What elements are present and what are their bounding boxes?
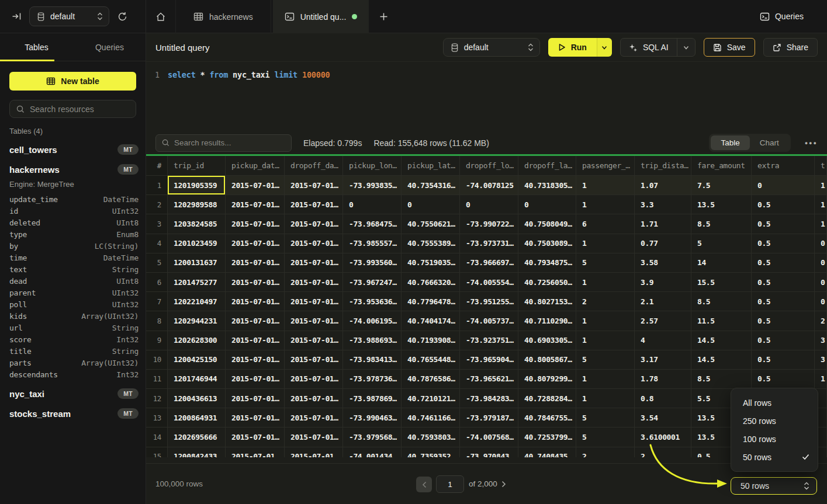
- table-cell[interactable]: 0.5: [752, 195, 815, 214]
- sidebar-table-hackernews[interactable]: hackernewsMT: [9, 159, 139, 179]
- table-cell[interactable]: 0: [815, 234, 827, 253]
- table-cell[interactable]: 0.77: [635, 234, 691, 253]
- table-cell[interactable]: 3.58: [635, 253, 691, 273]
- table-cell[interactable]: -73.993835…: [343, 176, 402, 195]
- run-button[interactable]: Run: [548, 38, 597, 57]
- tab-home[interactable]: [146, 0, 176, 33]
- sql-editor[interactable]: 1 select * from nyc_taxi limit 100000: [146, 62, 827, 131]
- column-header[interactable]: pickup_dat…: [226, 156, 285, 176]
- table-cell[interactable]: -73.979187…: [460, 408, 518, 427]
- table-cell[interactable]: 2015-07-01…: [226, 427, 285, 447]
- table-cell[interactable]: -74.006195…: [343, 311, 402, 331]
- results-search-input[interactable]: Search results...: [155, 134, 292, 152]
- column-header[interactable]: pickup_lon…: [343, 156, 402, 176]
- table-cell[interactable]: 2015-07-01…: [226, 408, 285, 427]
- table-cell[interactable]: 0.5: [752, 311, 815, 331]
- table-cell[interactable]: 2: [815, 311, 827, 331]
- column-header[interactable]: passenger_…: [576, 156, 635, 176]
- table-cell[interactable]: -74.0078125: [460, 176, 518, 195]
- table-cell[interactable]: 0.5: [752, 331, 815, 350]
- table-cell[interactable]: 40.7934875…: [518, 253, 576, 273]
- table-cell[interactable]: 8.5: [691, 292, 752, 311]
- column-header[interactable]: dropoff_da…: [285, 156, 343, 176]
- table-cell[interactable]: 40.7359352: [402, 447, 460, 457]
- table-cell[interactable]: 1201905359: [168, 176, 226, 195]
- table-cell[interactable]: 2015-07-01…: [285, 370, 343, 389]
- table-cell[interactable]: 1: [576, 273, 635, 292]
- table-cell[interactable]: 5: [691, 234, 752, 253]
- table-cell[interactable]: 2015-07-01…: [226, 389, 285, 408]
- sidebar-table-cell_towers[interactable]: cell_towersMT: [9, 140, 139, 159]
- table-cell[interactable]: 2015-07-01…: [285, 311, 343, 331]
- table-cell[interactable]: -73.966697…: [460, 253, 518, 273]
- table-cell[interactable]: 1203824585: [168, 214, 226, 234]
- table-cell[interactable]: 1: [815, 214, 827, 234]
- column-header[interactable]: trip_dista…: [635, 156, 691, 176]
- table-cell[interactable]: 2015-07-01…: [226, 273, 285, 292]
- table-cell[interactable]: 40.7655448…: [402, 350, 460, 370]
- table-cell[interactable]: 2015-07-01: [285, 447, 343, 457]
- table-cell[interactable]: 40.7256050…: [518, 273, 576, 292]
- query-database-selector[interactable]: default: [443, 38, 540, 57]
- table-cell[interactable]: 1201023459: [168, 234, 226, 253]
- table-cell[interactable]: 40.7666320…: [402, 273, 460, 292]
- table-cell[interactable]: -73.988693…: [343, 331, 402, 350]
- table-cell[interactable]: -74.007568…: [460, 427, 518, 447]
- table-cell[interactable]: 40.7210121…: [402, 389, 460, 408]
- table-cell[interactable]: 40.7404174…: [402, 311, 460, 331]
- table-cell[interactable]: 2015-07-01…: [285, 214, 343, 234]
- table-cell[interactable]: -73.990722…: [460, 214, 518, 234]
- table-cell[interactable]: 0: [402, 195, 460, 214]
- table-cell[interactable]: -73.968475…: [343, 214, 402, 234]
- table-cell[interactable]: 40.7193908…: [402, 331, 460, 350]
- table-cell[interactable]: 1201746944: [168, 370, 226, 389]
- table-cell[interactable]: 2015-07-01…: [226, 176, 285, 195]
- table-cell[interactable]: 3.17: [635, 350, 691, 370]
- table-cell[interactable]: 40.7555389…: [402, 234, 460, 253]
- table-cell[interactable]: 1: [576, 331, 635, 350]
- table-cell[interactable]: 1: [576, 370, 635, 389]
- table-cell[interactable]: 2015-07-01…: [226, 311, 285, 331]
- table-cell[interactable]: 1202628300: [168, 331, 226, 350]
- table-cell[interactable]: 13.5: [691, 195, 752, 214]
- column-header[interactable]: #: [146, 156, 168, 176]
- resource-search-input[interactable]: Search resources: [9, 100, 136, 118]
- table-cell[interactable]: 2015-07-01: [226, 447, 285, 457]
- table-cell[interactable]: 40.7408435: [518, 447, 576, 457]
- table-cell[interactable]: -73.987869…: [343, 389, 402, 408]
- table-cell[interactable]: 1: [815, 370, 827, 389]
- table-cell[interactable]: 2: [576, 447, 635, 457]
- run-options-button[interactable]: [597, 38, 612, 57]
- page-size-option-100-rows[interactable]: 100 rows: [731, 430, 818, 448]
- table-cell[interactable]: -73.973731…: [460, 234, 518, 253]
- table-cell[interactable]: 0.5: [752, 370, 815, 389]
- view-toggle-table[interactable]: Table: [711, 135, 749, 150]
- new-table-button[interactable]: New table: [9, 72, 136, 91]
- table-cell[interactable]: 40.7288284…: [518, 389, 576, 408]
- page-size-selector[interactable]: 50 rows: [731, 477, 817, 495]
- table-cell[interactable]: 2015-07-01…: [285, 176, 343, 195]
- table-cell[interactable]: 1.07: [635, 176, 691, 195]
- table-cell[interactable]: 7.5: [691, 176, 752, 195]
- table-cell[interactable]: 3.54: [635, 408, 691, 427]
- column-header[interactable]: pickup_lat…: [402, 156, 460, 176]
- tab-hackernews[interactable]: hackernews: [176, 0, 271, 33]
- table-cell[interactable]: 40.7318305…: [518, 176, 576, 195]
- table-cell[interactable]: 0.5: [752, 253, 815, 273]
- sql-ai-button[interactable]: SQL AI: [621, 43, 677, 52]
- table-cell[interactable]: -73.979568…: [343, 427, 402, 447]
- table-cell[interactable]: 1: [576, 389, 635, 408]
- table-cell[interactable]: 2015-07-01…: [285, 195, 343, 214]
- table-cell[interactable]: 40.7550621…: [402, 214, 460, 234]
- table-cell[interactable]: 14.5: [691, 350, 752, 370]
- table-cell[interactable]: -74.005737…: [460, 311, 518, 331]
- queries-panel-toggle[interactable]: Queries: [760, 12, 804, 22]
- table-cell[interactable]: 1: [576, 195, 635, 214]
- sidebar-collapse-button[interactable]: [12, 12, 21, 21]
- prev-page-button[interactable]: [416, 477, 432, 492]
- table-cell[interactable]: 2: [576, 292, 635, 311]
- table-cell[interactable]: 5: [576, 350, 635, 370]
- tab-untitled-query[interactable]: Untitled qu...: [273, 0, 369, 33]
- table-cell[interactable]: -73.990463…: [343, 408, 402, 427]
- table-cell[interactable]: 1200842433: [168, 447, 226, 457]
